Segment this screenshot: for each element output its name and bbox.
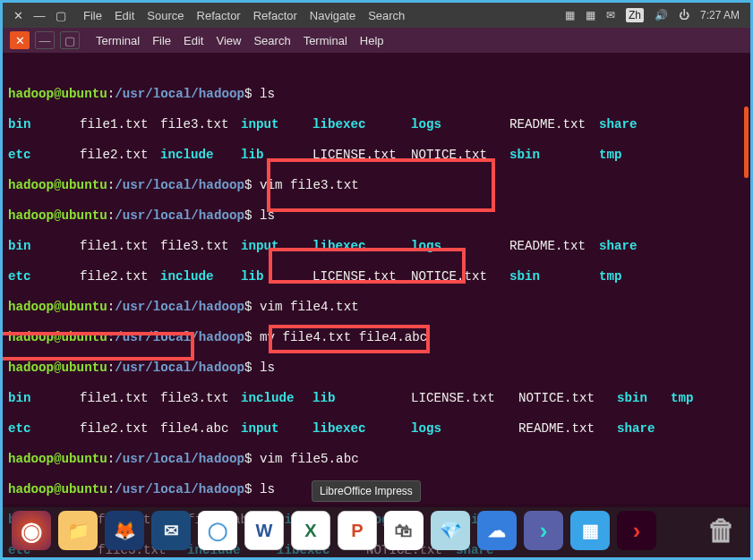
tmenu-edit[interactable]: Edit <box>184 34 203 47</box>
terminal-close-button[interactable]: ✕ <box>10 31 30 49</box>
terminal-min-button[interactable]: — <box>35 31 55 49</box>
menu-refactor-2[interactable]: Refactor <box>253 9 297 22</box>
screenshot-icon[interactable]: ▦ <box>570 511 610 550</box>
tmenu-terminal[interactable]: Terminal <box>96 34 140 47</box>
cmd-vim5: vim file5.abc <box>260 452 359 466</box>
window-controls: ✕ — ▢ <box>12 9 67 22</box>
cmd-vim3: vim file3.txt <box>260 178 359 192</box>
forward-icon[interactable]: › <box>524 511 563 550</box>
close-icon[interactable]: ✕ <box>12 9 24 22</box>
cmd-ls: ls <box>260 87 275 101</box>
word-icon[interactable]: W <box>244 511 284 550</box>
tray-icon-2[interactable]: ▦ <box>586 9 595 21</box>
app-menu: File Edit Source Refactor Refactor Navig… <box>83 9 405 22</box>
minimize-icon[interactable]: — <box>33 9 46 22</box>
app-menubar: ✕ — ▢ File Edit Source Refactor Refactor… <box>3 3 750 28</box>
app-icon-3[interactable]: ☁ <box>477 511 517 550</box>
menu-edit[interactable]: Edit <box>115 9 134 22</box>
menu-refactor[interactable]: Refactor <box>197 9 241 22</box>
clock[interactable]: 7:27 AM <box>700 9 740 21</box>
terminal-icon[interactable]: › <box>617 511 656 550</box>
files-icon[interactable]: 📁 <box>58 511 98 550</box>
scrollbar-thumb[interactable] <box>744 106 749 178</box>
dock: ◉ 📁 🦊 ✉ ◯ W X P 🛍 💎 ☁ › ▦ › 🗑 <box>3 504 750 557</box>
terminal-max-button[interactable]: ▢ <box>60 31 80 49</box>
maximize-icon[interactable]: ▢ <box>55 9 67 22</box>
volume-icon[interactable]: 🔊 <box>655 9 668 21</box>
terminal-menubar: ✕ — ▢ Terminal File Edit View Search Ter… <box>3 28 750 53</box>
terminal-menu: Terminal File Edit View Search Terminal … <box>96 34 384 47</box>
ls-dir: bin <box>8 117 80 132</box>
excel-icon[interactable]: X <box>291 511 330 550</box>
terminal-output[interactable]: hadoop@ubuntu:/usr/local/hadoop$ ls binf… <box>3 53 750 507</box>
app-icon-2[interactable]: 💎 <box>431 511 470 550</box>
system-tray: ▦ ▦ ✉ Zh 🔊 ⏻ 7:27 AM <box>565 8 740 22</box>
menu-source[interactable]: Source <box>147 9 184 22</box>
trash-icon[interactable]: 🗑 <box>702 511 741 550</box>
input-method-indicator[interactable]: Zh <box>626 8 644 22</box>
menu-navigate[interactable]: Navigate <box>310 9 355 22</box>
cmd-vim4: vim file4.txt <box>260 300 359 314</box>
chromium-icon[interactable]: ◯ <box>198 511 237 550</box>
firefox-icon[interactable]: 🦊 <box>105 511 144 550</box>
prompt-user: hadoop@ubuntu <box>8 87 107 101</box>
thunderbird-icon[interactable]: ✉ <box>151 511 191 550</box>
cmd-mv4: mv file4.txt file4.abc <box>260 330 427 344</box>
tmenu-help[interactable]: Help <box>360 34 384 47</box>
impress-icon[interactable]: P <box>338 511 377 550</box>
menu-search[interactable]: Search <box>368 9 405 22</box>
menu-file[interactable]: File <box>83 9 102 22</box>
tray-icon-1[interactable]: ▦ <box>565 9 575 21</box>
software-icon[interactable]: 🛍 <box>384 511 424 550</box>
tmenu-view[interactable]: View <box>216 34 241 47</box>
prompt-path: /usr/local/hadoop <box>115 87 244 101</box>
tmenu-terminal-2[interactable]: Terminal <box>304 34 347 47</box>
dock-tooltip: LibreOffice Impress <box>312 480 421 502</box>
tmenu-file[interactable]: File <box>152 34 171 47</box>
mail-icon[interactable]: ✉ <box>606 9 615 21</box>
show-apps-icon[interactable]: ◉ <box>12 511 51 550</box>
tmenu-search[interactable]: Search <box>253 34 290 47</box>
power-icon[interactable]: ⏻ <box>679 9 689 21</box>
